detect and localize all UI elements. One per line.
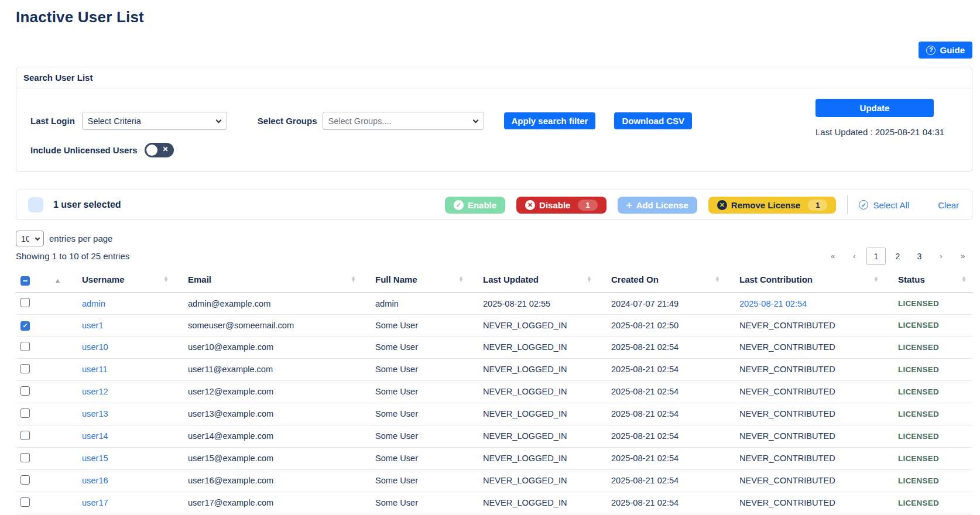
username-link[interactable]: user16 [82,476,108,485]
row-checkbox[interactable] [20,497,30,507]
row-checkbox-cell [16,492,50,514]
enable-button[interactable]: ✓ Enable [445,197,505,214]
selected-count-text: 1 user selected [53,200,121,210]
include-unlicensed-toggle[interactable]: ✕ [145,143,174,157]
username-link[interactable]: admin [82,299,105,308]
username-link[interactable]: user13 [82,409,108,418]
header-username[interactable]: Username ▲▼ [77,267,183,293]
row-checkbox[interactable] [20,298,30,307]
x-circle-icon: ✕ [525,200,535,210]
remove-license-button[interactable]: ✕ Remove License 1 [708,197,837,214]
username-cell: user13 [77,403,183,425]
row-checkbox[interactable] [20,431,30,440]
username-link[interactable]: user17 [82,498,108,507]
full-name-cell: Some User [371,336,478,358]
username-cell: user11 [77,358,183,380]
select-all-link[interactable]: ✓ Select All [859,200,909,210]
sort-icon: ▲▼ [715,276,720,283]
user-table: ▲ Username ▲▼ Email ▲▼ Full Name ▲▼ Last… [16,267,972,514]
header-email[interactable]: Email ▲▼ [183,267,371,293]
apply-search-filter-button[interactable]: Apply search filter [504,112,596,129]
header-status[interactable]: Status ▲▼ [893,267,972,293]
add-license-button[interactable]: + Add License [618,197,697,214]
check-circle-outline-icon: ✓ [859,200,868,210]
username-link[interactable]: user1 [82,321,104,330]
header-checkbox-cell [16,267,50,293]
row-sorted-cell [50,447,77,469]
last-login-label: Last Login [30,116,75,126]
pagination-item[interactable]: ‹ [845,248,864,265]
full-name-cell: Some User [371,358,478,380]
username-cell: user14 [77,425,183,447]
sort-icon: ▲▼ [458,276,464,283]
row-checkbox-cell [16,293,50,315]
row-sorted-cell [50,403,77,425]
username-link[interactable]: user14 [82,431,108,441]
row-checkbox[interactable] [20,453,30,462]
row-checkbox[interactable] [20,408,30,418]
last-updated-cell: NEVER_LOGGED_IN [478,469,606,492]
header-last-updated[interactable]: Last Updated ▲▼ [478,267,606,293]
disable-count-badge: 1 [578,200,597,211]
page: Inactive User List ? Guide Search User L… [0,0,980,514]
last-contribution-cell: NEVER_CONTRIBUTED [735,403,893,425]
header-created-on[interactable]: Created On ▲▼ [606,267,735,293]
row-checkbox[interactable] [20,386,30,396]
username-link[interactable]: user10 [82,342,108,352]
question-circle-icon: ? [926,46,936,55]
pagination-item[interactable]: » [953,248,972,265]
row-checkbox-cell [16,315,50,337]
last-updated-cell: NEVER_LOGGED_IN [478,403,606,425]
username-cell: user12 [77,380,183,403]
remove-license-count-badge: 1 [808,200,827,211]
header-sorted-cell[interactable]: ▲ [50,267,77,293]
username-link[interactable]: user12 [82,387,108,396]
guide-button[interactable]: ? Guide [919,42,972,59]
row-checkbox[interactable] [20,342,30,351]
last-login-select[interactable]: Select Criteria [82,112,227,130]
row-checkbox[interactable] [20,364,30,373]
update-button[interactable]: Update [815,99,934,117]
pagination-item[interactable]: 3 [910,248,929,265]
username-link[interactable]: user15 [82,454,108,463]
full-name-cell: admin [371,293,478,315]
full-name-cell: Some User [371,447,478,469]
pagination-item[interactable]: « [823,248,842,265]
last-updated-cell: NEVER_LOGGED_IN [478,336,606,358]
sort-ascending-icon: ▲ [54,277,61,284]
last-contribution-cell[interactable]: 2025-08-21 02:54 [735,293,893,315]
row-checkbox-cell [16,425,50,447]
clear-link[interactable]: Clear [938,200,959,210]
page-size-select[interactable]: 10 [16,231,44,246]
select-groups-select[interactable]: Select Groups.... [323,112,484,130]
sort-icon: ▲▼ [873,276,879,283]
row-sorted-cell [50,358,77,380]
last-contribution-cell: NEVER_CONTRIBUTED [735,380,893,403]
search-panel: Search User List Last Login Select Crite… [16,67,972,172]
page-title: Inactive User List [16,8,972,26]
toggle-off-x-icon: ✕ [163,145,169,153]
entries-per-page-label: entries per page [49,234,112,243]
row-checkbox-cell [16,336,50,358]
select-all-checkbox[interactable] [20,276,30,286]
full-name-cell: Some User [371,403,478,425]
header-last-contribution[interactable]: Last Contribution ▲▼ [735,267,893,293]
download-csv-button[interactable]: Download CSV [614,112,692,129]
pagination-item[interactable]: › [931,248,951,265]
username-link[interactable]: user11 [82,365,108,374]
row-checkbox-cell [16,447,50,469]
disable-button[interactable]: ✕ Disable 1 [516,197,606,214]
email-cell: user12@example.com [183,380,371,403]
email-cell: user11@example.com [183,358,371,380]
row-checkbox[interactable] [20,475,30,485]
header-full-name[interactable]: Full Name ▲▼ [371,267,478,293]
table-body: admin admin@example.com admin 2025-08-21… [16,293,972,514]
pagination-item[interactable]: 2 [888,248,907,265]
status-value: LICENSED [893,425,972,447]
pagination-item[interactable]: 1 [866,248,886,265]
row-checkbox[interactable] [20,321,30,331]
last-updated-cell: NEVER_LOGGED_IN [478,380,606,403]
row-sorted-cell [50,336,77,358]
username-cell: user10 [77,336,183,358]
row-checkbox-cell [16,380,50,403]
